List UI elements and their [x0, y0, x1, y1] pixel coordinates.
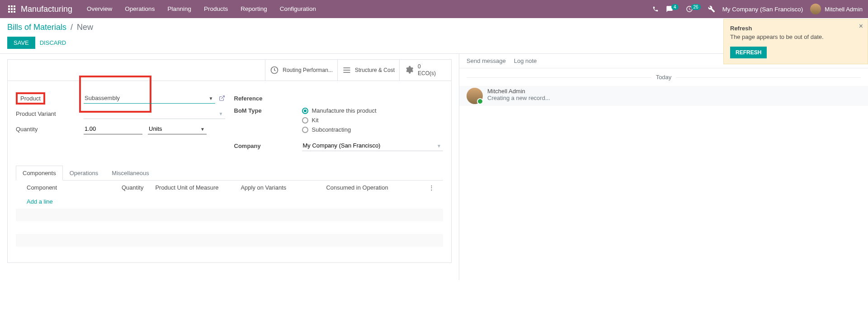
- activity-badge: 26: [691, 4, 701, 10]
- tab-components[interactable]: Components: [16, 166, 63, 181]
- quantity-input[interactable]: [84, 124, 142, 134]
- external-link-icon[interactable]: [219, 95, 225, 101]
- notif-title: Refresh: [730, 25, 861, 32]
- tab-nav: Components Operations Miscellaneous: [16, 166, 443, 181]
- stat-label: Routing Performan...: [283, 67, 333, 74]
- label-reference: Reference: [234, 95, 302, 102]
- avatar-icon: [810, 4, 821, 14]
- svg-rect-7: [11, 11, 13, 13]
- label-company: Company: [234, 143, 302, 149]
- stat-label: Structure & Cost: [355, 67, 395, 74]
- col-uom: Product Unit of Measure: [152, 181, 238, 195]
- stat-structure-cost[interactable]: Structure & Cost: [337, 60, 399, 81]
- components-table: Component Quantity Product Unit of Measu…: [16, 181, 443, 247]
- stat-ecos[interactable]: 0ECO(s): [399, 60, 451, 81]
- nav-right: 4 26 My Company (San Francisco) Mitchell…: [652, 4, 863, 14]
- radio-icon: [302, 108, 308, 114]
- product-variant-input[interactable]: [84, 108, 225, 119]
- avatar-icon: [467, 88, 483, 104]
- stat-label: 0ECO(s): [418, 63, 436, 77]
- label-bom-type: BoM Type: [234, 107, 302, 114]
- svg-rect-2: [14, 5, 15, 7]
- user-name: Mitchell Admin: [825, 6, 863, 13]
- send-message-button[interactable]: Send message: [467, 57, 506, 64]
- table-options-icon[interactable]: ⋮: [426, 181, 443, 195]
- company-select[interactable]: [302, 140, 443, 151]
- svg-rect-3: [8, 8, 10, 10]
- discard-button[interactable]: DISCARD: [40, 39, 66, 46]
- message-text: Creating a new record...: [487, 95, 550, 101]
- col-consumed: Consumed in Operation: [323, 181, 426, 195]
- radio-manufacture[interactable]: Manufacture this product: [302, 107, 443, 114]
- phone-icon[interactable]: [652, 6, 659, 12]
- radio-icon: [302, 127, 308, 133]
- col-component: Component: [16, 181, 110, 195]
- clock-icon: [270, 66, 279, 75]
- company-switcher[interactable]: My Company (San Francisco): [722, 6, 803, 13]
- tab-miscellaneous[interactable]: Miscellaneous: [105, 166, 156, 180]
- stat-routing-performance[interactable]: Routing Performan...: [265, 60, 337, 81]
- save-button[interactable]: SAVE: [7, 37, 35, 49]
- gears-icon: [404, 66, 414, 75]
- nav-menu: Overview Operations Planning Products Re…: [80, 0, 322, 18]
- svg-rect-4: [11, 8, 13, 10]
- uom-select[interactable]: [148, 124, 207, 134]
- navbar: Manufacturing Overview Operations Planni…: [0, 0, 868, 18]
- refresh-button[interactable]: REFRESH: [730, 47, 767, 58]
- radio-icon: [302, 117, 308, 124]
- product-input[interactable]: [84, 93, 215, 104]
- svg-rect-1: [11, 5, 13, 7]
- breadcrumb-parent[interactable]: Bills of Materials: [7, 23, 66, 32]
- list-icon: [342, 66, 351, 75]
- nav-item-configuration[interactable]: Configuration: [274, 0, 322, 18]
- radio-subcontracting[interactable]: Subcontracting: [302, 126, 443, 133]
- app-brand[interactable]: Manufacturing: [21, 5, 72, 14]
- label-product-variant: Product Variant: [16, 110, 84, 117]
- label-product: Product: [16, 92, 84, 105]
- svg-rect-12: [343, 72, 350, 73]
- nav-item-reporting[interactable]: Reporting: [234, 0, 274, 18]
- apps-icon[interactable]: [5, 5, 18, 13]
- svg-rect-11: [343, 70, 350, 71]
- col-quantity: Quantity: [110, 181, 153, 195]
- col-variants: Apply on Variants: [238, 181, 323, 195]
- svg-rect-6: [8, 11, 10, 13]
- message-author: Mitchell Admin: [487, 88, 550, 95]
- nav-item-overview[interactable]: Overview: [80, 0, 118, 18]
- activity-icon[interactable]: 26: [686, 5, 701, 13]
- debug-icon[interactable]: [708, 5, 715, 13]
- nav-item-products[interactable]: Products: [198, 0, 234, 18]
- close-icon[interactable]: ×: [859, 22, 863, 30]
- tab-operations[interactable]: Operations: [63, 166, 105, 180]
- radio-kit[interactable]: Kit: [302, 117, 443, 124]
- breadcrumb-current: New: [77, 23, 93, 32]
- log-note-button[interactable]: Log note: [514, 57, 537, 64]
- label-quantity: Quantity: [16, 126, 84, 133]
- svg-rect-10: [343, 67, 350, 68]
- date-separator: Today: [651, 74, 676, 81]
- add-line[interactable]: Add a line: [27, 198, 53, 205]
- breadcrumb-sep: /: [71, 23, 73, 32]
- user-menu[interactable]: Mitchell Admin: [810, 4, 863, 14]
- chat-badge: 4: [671, 4, 679, 10]
- notif-message: The page appears to be out of date.: [730, 33, 861, 40]
- chat-icon[interactable]: 4: [666, 5, 679, 13]
- stat-button-box: Routing Performan... Structure & Cost 0E…: [8, 60, 451, 81]
- chatter: Send message Log note 0 Follow 0 Today M…: [459, 54, 868, 280]
- nav-item-operations[interactable]: Operations: [118, 0, 161, 18]
- chatter-message: Mitchell Admin Creating a new record...: [459, 86, 868, 106]
- svg-rect-0: [8, 5, 10, 7]
- svg-rect-5: [14, 8, 15, 10]
- refresh-notification: × Refresh The page appears to be out of …: [723, 19, 868, 64]
- nav-item-planning[interactable]: Planning: [161, 0, 198, 18]
- svg-rect-8: [14, 11, 15, 13]
